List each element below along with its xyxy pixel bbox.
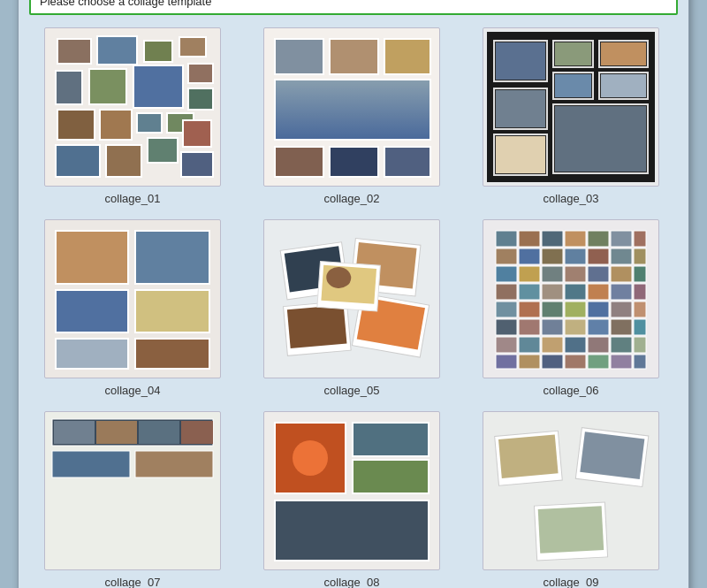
svg-rect-9 xyxy=(57,110,95,140)
template-label-06: collage_06 xyxy=(544,384,599,397)
svg-rect-32 xyxy=(601,42,646,65)
svg-rect-73 xyxy=(634,248,646,264)
svg-rect-64 xyxy=(588,231,609,247)
svg-rect-109 xyxy=(496,355,517,369)
svg-rect-46 xyxy=(135,290,209,332)
template-thumb-09 xyxy=(483,411,659,570)
template-thumb-08 xyxy=(263,411,440,570)
template-item-collage03[interactable]: collage_03 xyxy=(468,27,674,205)
svg-rect-63 xyxy=(565,231,586,247)
template-scroll-area[interactable]: collage_01 xyxy=(27,22,680,588)
svg-rect-10 xyxy=(100,110,132,140)
svg-rect-30 xyxy=(555,42,591,65)
svg-rect-93 xyxy=(611,302,632,317)
svg-rect-100 xyxy=(611,319,632,335)
template-item-collage05[interactable]: collage_05 xyxy=(248,219,455,397)
svg-rect-44 xyxy=(135,231,209,284)
template-thumb-01 xyxy=(44,27,221,187)
svg-rect-11 xyxy=(137,113,162,133)
svg-rect-106 xyxy=(588,337,609,353)
template-thumb-06 xyxy=(483,219,659,378)
svg-rect-13 xyxy=(56,145,100,177)
svg-rect-62 xyxy=(542,231,563,247)
svg-rect-5 xyxy=(89,69,126,104)
svg-rect-16 xyxy=(183,120,211,147)
svg-rect-42 xyxy=(496,136,545,173)
template-item-collage02[interactable]: collage_02 xyxy=(248,27,455,205)
svg-rect-60 xyxy=(496,231,517,247)
svg-rect-102 xyxy=(496,337,517,353)
template-item-collage06[interactable]: collage_06 xyxy=(468,219,674,397)
svg-rect-19 xyxy=(330,39,378,74)
svg-rect-129 xyxy=(498,435,559,478)
svg-rect-24 xyxy=(330,147,378,177)
svg-rect-66 xyxy=(634,231,646,247)
svg-rect-90 xyxy=(542,302,563,317)
template-item-collage04[interactable]: collage_04 xyxy=(29,219,236,397)
svg-rect-105 xyxy=(565,337,586,353)
svg-rect-25 xyxy=(384,147,430,177)
svg-point-124 xyxy=(293,440,328,476)
svg-rect-107 xyxy=(611,337,632,353)
svg-rect-15 xyxy=(148,138,178,163)
template-label-01: collage_01 xyxy=(105,192,161,205)
svg-rect-112 xyxy=(565,355,586,369)
svg-rect-82 xyxy=(519,284,540,300)
svg-rect-133 xyxy=(538,506,604,554)
svg-rect-28 xyxy=(496,42,545,80)
svg-rect-67 xyxy=(496,248,517,264)
svg-rect-72 xyxy=(611,248,632,264)
template-label-09: collage_09 xyxy=(544,576,599,588)
svg-rect-65 xyxy=(611,231,632,247)
template-label-04: collage_04 xyxy=(105,384,161,397)
svg-rect-114 xyxy=(611,355,632,369)
svg-rect-38 xyxy=(496,90,545,127)
template-label-05: collage_05 xyxy=(324,384,380,397)
svg-rect-115 xyxy=(634,355,646,369)
svg-rect-80 xyxy=(634,266,646,282)
instruction-box: Please choose a collage template xyxy=(29,0,678,15)
svg-rect-54 xyxy=(287,305,347,348)
template-item-collage08[interactable]: collage_08 xyxy=(248,411,455,588)
template-grid: collage_01 xyxy=(27,22,676,588)
choose-template-dialog: Choose Template × Please choose a collag… xyxy=(18,0,689,588)
svg-rect-85 xyxy=(588,284,609,300)
svg-rect-110 xyxy=(519,355,540,369)
template-item-collage09[interactable]: collage_09 xyxy=(468,411,674,588)
svg-rect-79 xyxy=(611,266,632,282)
svg-rect-87 xyxy=(634,284,646,300)
svg-rect-88 xyxy=(496,302,517,317)
svg-rect-45 xyxy=(56,290,128,332)
svg-rect-113 xyxy=(588,355,609,369)
svg-rect-97 xyxy=(542,319,563,335)
svg-rect-83 xyxy=(542,284,563,300)
svg-rect-104 xyxy=(542,337,563,353)
template-thumb-05 xyxy=(263,219,440,378)
svg-rect-127 xyxy=(275,500,429,561)
svg-rect-120 xyxy=(181,421,213,444)
svg-rect-68 xyxy=(519,248,540,264)
template-label-02: collage_02 xyxy=(324,192,380,205)
template-label-03: collage_03 xyxy=(544,192,599,205)
svg-rect-18 xyxy=(275,39,323,74)
svg-rect-89 xyxy=(519,302,540,317)
template-thumb-07 xyxy=(44,411,221,570)
template-item-collage01[interactable]: collage_01 xyxy=(29,27,236,205)
svg-rect-78 xyxy=(588,266,609,282)
svg-rect-111 xyxy=(542,355,563,369)
svg-rect-1 xyxy=(97,36,137,65)
svg-rect-75 xyxy=(519,266,540,282)
template-item-collage07[interactable]: collage_07 xyxy=(29,411,236,588)
svg-rect-40 xyxy=(555,106,646,172)
svg-rect-122 xyxy=(135,451,213,477)
svg-rect-14 xyxy=(106,145,141,177)
svg-rect-69 xyxy=(542,248,563,264)
svg-rect-103 xyxy=(519,337,540,353)
svg-rect-108 xyxy=(634,337,646,353)
template-thumb-02 xyxy=(263,27,440,187)
svg-rect-20 xyxy=(384,39,430,74)
svg-rect-22 xyxy=(275,80,430,140)
svg-rect-94 xyxy=(634,302,646,317)
svg-rect-3 xyxy=(179,37,206,57)
template-thumb-03 xyxy=(483,27,659,187)
